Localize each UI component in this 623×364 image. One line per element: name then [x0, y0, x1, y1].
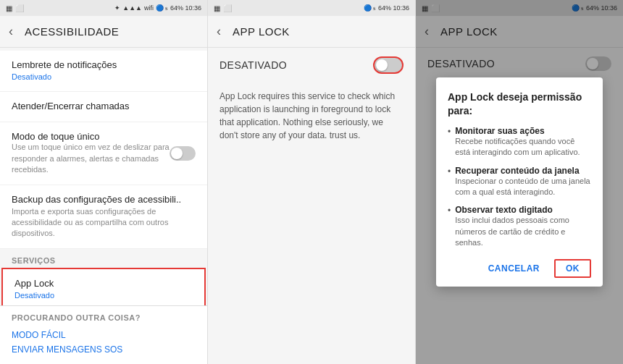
battery-icon: 🔵 ᵴ 64% 10:36	[156, 4, 201, 12]
promo-title: PROCURANDO OUTRA COISA?	[12, 313, 196, 322]
dialog-item-content-1: Monitorar suas ações Recebe notificações…	[455, 126, 591, 158]
bullet-2: •	[448, 166, 451, 177]
bluetooth-icon: ✦	[114, 4, 120, 12]
single-tap-toggle[interactable]	[170, 146, 196, 161]
dialog-item-desc-2: Inspecionar o conteúdo de uma janela com…	[455, 176, 591, 198]
dialog-item-content-2: Recuperar conteúdo da janela Inspecionar…	[455, 166, 591, 198]
header-2: ‹ APP LOCK	[208, 16, 415, 48]
screen-icon: ⬜	[15, 4, 24, 12]
settings-list: Lembrete de notificações Desativado Aten…	[0, 48, 207, 305]
panel-applock: ▦ ⬜ 🔵 ᵴ 64% 10:36 ‹ APP LOCK DESATIVADO …	[208, 0, 416, 364]
item-sub: Use um toque único em vez de deslizar pa…	[12, 142, 170, 175]
item-title: Lembrete de notificações	[12, 59, 196, 70]
promo-link-sos[interactable]: ENVIAR MENSAGENS SOS	[12, 342, 196, 357]
section-services: SERVIÇOS	[0, 249, 207, 268]
dialog-actions: CANCELAR OK	[448, 259, 591, 278]
status-icons: 🔵 ᵴ 64% 10:36	[364, 4, 409, 12]
item-title: Atender/Encerrar chamadas	[12, 101, 196, 111]
item-sub: Desativado	[12, 72, 196, 82]
dialog-item-2: • Recuperar conteúdo da janela Inspecion…	[448, 166, 591, 198]
status-bar-left-icons: ▦ ⬜	[214, 4, 232, 12]
wifi-icon: wifi	[144, 4, 154, 12]
dialog-overlay: App Lock deseja permissão para: • Monito…	[416, 0, 623, 364]
item-text-content: Modo de toque único Use um toque único e…	[12, 131, 170, 175]
ok-button[interactable]: OK	[554, 259, 591, 278]
status-bar-right: ✦ ▲▲▲ wifi 🔵 ᵴ 64% 10:36	[114, 4, 201, 12]
dialog-item-desc-3: Isso inclui dados pessoais como números …	[455, 215, 591, 248]
screen-icon: ⬜	[223, 4, 232, 12]
header-1: ‹ ACESSIBILIDADE	[0, 16, 207, 48]
list-item-backup[interactable]: Backup das configurações de acessibili..…	[0, 185, 207, 249]
applock-title: App Lock	[14, 278, 193, 289]
page-title-1: ACESSIBILIDADE	[25, 25, 119, 38]
applock-description: App Lock requires this service to check …	[208, 82, 415, 149]
applock-toggle[interactable]	[373, 56, 404, 74]
back-button-2[interactable]: ‹	[217, 24, 221, 39]
bullet-1: •	[448, 127, 451, 137]
item-sub: Importa e exporta suas configurações de …	[12, 206, 196, 240]
item-title: Modo de toque único	[12, 131, 170, 142]
notification-icon: ▦	[214, 4, 220, 12]
dialog-item-content-3: Observar texto digitado Isso inclui dado…	[455, 205, 591, 248]
status-bar-1: ▦ ⬜ ✦ ▲▲▲ wifi 🔵 ᵴ 64% 10:36	[0, 0, 207, 16]
applock-status-label: DESATIVADO	[219, 59, 287, 71]
applock-toggle-row: DESATIVADO	[208, 48, 415, 82]
dialog-item-head-1: Monitorar suas ações	[455, 126, 591, 136]
status-bar-left-icons: ▦ ⬜	[6, 4, 24, 12]
back-button[interactable]: ‹	[9, 24, 13, 39]
list-item-applock[interactable]: App Lock Desativado	[1, 268, 206, 305]
toggle-knob	[376, 59, 388, 71]
status-bar-right: 🔵 ᵴ 64% 10:36	[364, 4, 409, 12]
page-title-2: APP LOCK	[233, 25, 290, 38]
bullet-3: •	[448, 206, 451, 216]
promo-section: PROCURANDO OUTRA COISA? MODO FÁCIL ENVIA…	[0, 305, 207, 364]
dialog-item-desc-1: Recebe notificações quando você está int…	[455, 136, 591, 158]
dialog-title: App Lock deseja permissão para:	[448, 90, 591, 117]
list-item-notifications[interactable]: Lembrete de notificações Desativado	[0, 51, 207, 92]
dialog-item-head-2: Recuperar conteúdo da janela	[455, 166, 591, 176]
item-title: Backup das configurações de acessibili..	[12, 194, 196, 205]
permission-dialog: App Lock deseja permissão para: • Monito…	[436, 77, 603, 286]
list-item-calls[interactable]: Atender/Encerrar chamadas	[0, 92, 207, 122]
signal-icon: ▲▲▲	[122, 4, 142, 12]
promo-link-easy-mode[interactable]: MODO FÁCIL	[12, 328, 196, 342]
dialog-item-1: • Monitorar suas ações Recebe notificaçõ…	[448, 126, 591, 158]
list-item-single-tap[interactable]: Modo de toque único Use um toque único e…	[0, 122, 207, 185]
dialog-item-head-3: Observar texto digitado	[455, 205, 591, 215]
cancel-button[interactable]: CANCELAR	[482, 261, 545, 276]
toggle-knob	[171, 148, 183, 159]
dialog-item-3: • Observar texto digitado Isso inclui da…	[448, 205, 591, 248]
notification-icon: ▦	[6, 4, 12, 12]
status-bar-2: ▦ ⬜ 🔵 ᵴ 64% 10:36	[208, 0, 415, 16]
panel-accessibility: ▦ ⬜ ✦ ▲▲▲ wifi 🔵 ᵴ 64% 10:36 ‹ ACESSIBIL…	[0, 0, 208, 364]
applock-sub: Desativado	[14, 290, 193, 301]
panel-applock-dialog: ▦ ⬜ 🔵 ᵴ 64% 10:36 ‹ APP LOCK DESATIVADO …	[416, 0, 623, 364]
